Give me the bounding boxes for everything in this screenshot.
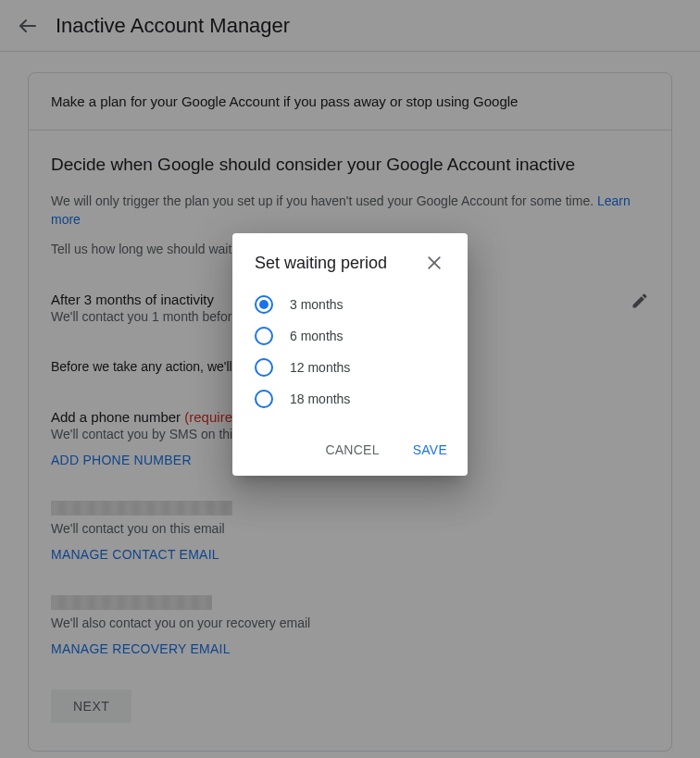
radio-icon	[255, 295, 273, 314]
radio-icon	[255, 327, 273, 345]
dialog-header: Set waiting period	[232, 233, 468, 283]
dialog-close-button[interactable]	[423, 252, 445, 274]
radio-option[interactable]: 18 months	[255, 383, 445, 415]
radio-icon	[255, 358, 273, 377]
waiting-period-dialog: Set waiting period 3 months6 months12 mo…	[232, 233, 468, 476]
radio-label: 18 months	[290, 391, 350, 406]
radio-icon	[255, 390, 273, 408]
dialog-cancel-button[interactable]: CANCEL	[312, 433, 392, 466]
dialog-title: Set waiting period	[255, 254, 387, 273]
dialog-options: 3 months6 months12 months18 months	[232, 283, 468, 428]
dialog-save-button[interactable]: SAVE	[400, 433, 460, 466]
close-icon	[425, 254, 444, 272]
radio-option[interactable]: 6 months	[255, 320, 445, 352]
radio-label: 12 months	[290, 360, 350, 375]
radio-option[interactable]: 12 months	[255, 352, 445, 383]
radio-label: 3 months	[290, 297, 344, 312]
dialog-actions: CANCEL SAVE	[232, 428, 468, 476]
radio-option[interactable]: 3 months	[255, 289, 445, 320]
radio-label: 6 months	[290, 329, 344, 343]
